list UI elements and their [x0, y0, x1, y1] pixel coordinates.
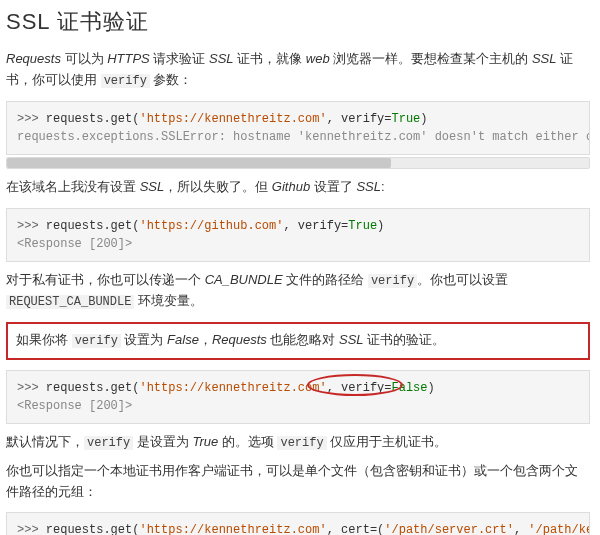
horizontal-scrollbar[interactable] [6, 157, 590, 169]
code: ) [377, 219, 384, 233]
code-url: 'https://kennethreitz.com' [139, 523, 326, 535]
text: 。你也可以设置 [417, 272, 508, 287]
text: False [167, 332, 199, 347]
text: 如果你将 [16, 332, 72, 347]
text: 仅应用于主机证书。 [327, 434, 448, 449]
text: 对于私有证书，你也可以传递一个 [6, 272, 205, 287]
para-5: 默认情况下，verify 是设置为 True 的。选项 verify 仅应用于主… [6, 432, 590, 453]
inline-code-env: REQUEST_CA_BUNDLE [6, 295, 134, 309]
code-url: 'https://github.com' [139, 219, 283, 233]
code: requests.get( [46, 381, 140, 395]
text: 默认情况下， [6, 434, 84, 449]
inline-code-verify: verify [368, 274, 417, 288]
text: Requests [212, 332, 267, 347]
code-bool: False [391, 381, 427, 395]
text: 也能忽略对 [267, 332, 339, 347]
prompt: >>> [17, 112, 46, 126]
text: SSL [209, 51, 234, 66]
code: , [514, 523, 528, 535]
text: 参数： [150, 72, 193, 87]
scrollbar-thumb[interactable] [7, 158, 391, 168]
inline-code-verify: verify [84, 436, 133, 450]
code-url: 'https://kennethreitz.com' [139, 112, 326, 126]
code-block-2[interactable]: >>> requests.get('https://github.com', v… [6, 208, 590, 262]
code-bool: True [348, 219, 377, 233]
text: : [381, 179, 385, 194]
para-2: 在该域名上我没有设置 SSL，所以失败了。但 Github 设置了 SSL: [6, 177, 590, 198]
para-6: 你也可以指定一个本地证书用作客户端证书，可以是单个文件（包含密钥和证书）或一个包… [6, 461, 590, 503]
prompt: >>> [17, 219, 46, 233]
text: 浏览器一样。要想检查某个主机的 [330, 51, 532, 66]
text: SSL [140, 179, 165, 194]
code: requests.get( [46, 112, 140, 126]
text: 的。选项 [218, 434, 277, 449]
text: 环境变量。 [134, 293, 203, 308]
text: 在该域名上我没有设置 [6, 179, 140, 194]
code: , verify= [327, 112, 392, 126]
inline-code-verify: verify [72, 334, 121, 348]
text: ，所以失败了。但 [164, 179, 272, 194]
text: 证书的验证。 [364, 332, 446, 347]
text: 文件的路径给 [283, 272, 368, 287]
text: 证书，就像 [234, 51, 306, 66]
code: ) [428, 381, 435, 395]
text: Github [272, 179, 310, 194]
text: SSL [356, 179, 381, 194]
text: 请求验证 [150, 51, 209, 66]
para-3: 对于私有证书，你也可以传递一个 CA_BUNDLE 文件的路径给 verify。… [6, 270, 590, 312]
para-4: 如果你将 verify 设置为 False，Requests 也能忽略对 SSL… [16, 332, 445, 347]
code: , verify= [327, 381, 392, 395]
code: , cert=( [327, 523, 385, 535]
text: 可以为 [61, 51, 107, 66]
code-response: <Response [200]> [17, 237, 132, 251]
prompt: >>> [17, 381, 46, 395]
text: 是设置为 [133, 434, 192, 449]
text: 你也可以指定一个本地证书用作客户端证书，可以是单个文件（包含密钥和证书）或一个包… [6, 463, 578, 499]
text: ， [199, 332, 212, 347]
code-error: requests.exceptions.SSLError: hostname '… [17, 130, 590, 144]
code: , verify= [283, 219, 348, 233]
code: ) [420, 112, 427, 126]
text: True [192, 434, 218, 449]
inline-code-verify: verify [101, 74, 150, 88]
text: HTTPS [107, 51, 150, 66]
code-block-4[interactable]: >>> requests.get('https://kennethreitz.c… [6, 512, 590, 535]
page-title: SSL 证书验证 [6, 4, 590, 39]
inline-code-verify: verify [277, 436, 326, 450]
code: requests.get( [46, 523, 140, 535]
code-block-1[interactable]: >>> requests.get('https://kennethreitz.c… [6, 101, 590, 155]
highlight-box: 如果你将 verify 设置为 False，Requests 也能忽略对 SSL… [6, 322, 590, 359]
text: SSL [532, 51, 557, 66]
code-block-3[interactable]: >>> requests.get('https://kennethreitz.c… [6, 370, 590, 424]
code-path: '/path/server.crt' [384, 523, 514, 535]
code-bool: True [391, 112, 420, 126]
text: web [306, 51, 330, 66]
para-intro: Requests 可以为 HTTPS 请求验证 SSL 证书，就像 web 浏览… [6, 49, 590, 91]
code: requests.get( [46, 219, 140, 233]
prompt: >>> [17, 523, 46, 535]
text: SSL [339, 332, 364, 347]
text: CA_BUNDLE [205, 272, 283, 287]
text: 设置为 [121, 332, 167, 347]
text: Requests [6, 51, 61, 66]
code-url: 'https://kennethreitz.com' [139, 381, 326, 395]
code-response: <Response [200]> [17, 399, 132, 413]
text: 设置了 [310, 179, 356, 194]
code-path: '/path/key' [528, 523, 590, 535]
